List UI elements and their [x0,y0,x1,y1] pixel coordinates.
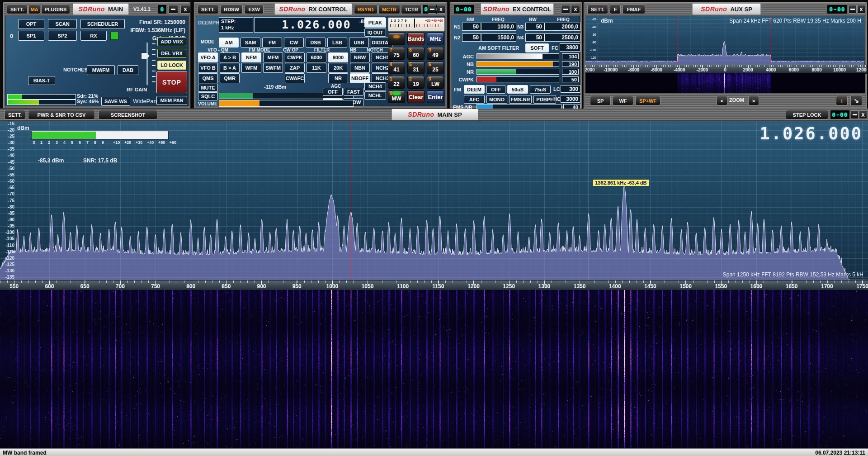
volume-bar[interactable] [219,100,354,107]
cursor-line[interactable] [589,121,589,280]
opt-button[interactable]: OPT [18,19,44,29]
control-button[interactable]: A > B [220,52,240,62]
deemph-50us-button[interactable]: 50uS [507,85,528,94]
pdbpf-button[interactable]: PDBPF [533,95,556,104]
slider-track[interactable] [476,76,559,82]
control-button[interactable]: MFM [263,52,283,62]
n3-bw-field[interactable]: 50 [525,23,544,31]
iq-out-button[interactable]: IQ OUT [364,28,386,37]
ex-minimize-button[interactable] [561,5,570,14]
mode-button[interactable]: LSB [327,38,347,48]
aux-info-button[interactable]: i [836,96,848,105]
n4-bw-field[interactable]: 50 [525,33,544,42]
keypad-key[interactable]: 8 60 [407,47,425,60]
control-button[interactable]: 20K [328,63,348,73]
lc-field[interactable]: 300 [561,85,580,93]
keypad-key[interactable]: 6 25 [427,62,444,74]
deemph-75us-button[interactable]: 75uS [530,85,551,94]
keypad-key[interactable]: 2 19 [407,76,425,89]
nch4-button[interactable]: NCH4 [364,82,386,90]
main-sett-button[interactable]: SETT. [7,5,28,14]
control-button[interactable]: NBN [350,63,370,73]
control-button[interactable]: SWFM [263,63,283,73]
keypad-key[interactable]: 1 22 [388,76,405,89]
main-minimize-button[interactable] [168,5,178,14]
ex-slider[interactable]: CWPK 50 [454,76,579,82]
fmaf-button[interactable]: FMAF [623,5,645,14]
keypad-key[interactable] [388,33,405,45]
main-close-button[interactable]: X [180,5,190,14]
main-ma-button[interactable]: MA [28,5,40,14]
control-button[interactable]: NBW [350,52,370,62]
deem-button[interactable]: DEEM [464,85,485,94]
aux-close-button[interactable]: X [857,5,865,14]
control-button[interactable]: NBOFF [350,73,370,83]
n1-bw-field[interactable]: 50 [462,23,481,31]
slider-track[interactable] [476,69,559,75]
mainsp-titlebar[interactable]: SETT. PWR & SNR TO CSV SCREENSHOT SDRuno… [0,109,868,121]
control-button[interactable]: VFO A [198,52,218,62]
control-button[interactable]: 6000 [307,52,326,62]
aux-minimize-button[interactable] [849,5,857,14]
rx-sett-button[interactable]: SETT. [198,5,218,14]
pwr-snr-csv-button[interactable]: PWR & SNR TO CSV [28,110,95,119]
n2-bw-field[interactable]: 50 [462,33,481,42]
aux-titlebar[interactable]: SETT. F FMAF SDRuno AUX SP 0-00 X [585,3,866,15]
main-frequency-axis[interactable]: 5506006507007508008509009501000105011001… [0,280,868,291]
add-vrx-button[interactable]: ADD VRX [157,37,186,46]
del-vrx-button[interactable]: DEL VRX [157,49,186,58]
control-button[interactable]: NFM [241,52,261,62]
aux-spectrum[interactable]: dBm Span 24 kHz FFT 620 Pts RBW 19,35 Hz… [585,16,865,65]
keypad-key[interactable]: 7 75 [388,47,405,60]
aux-wf-mode-button[interactable]: WF [613,96,633,105]
control-button[interactable]: CWAFC [285,73,305,83]
aux-zoom-in-button[interactable]: > [748,96,759,105]
n2-freq-field[interactable]: 1500,0 [481,33,516,42]
aux-f-button[interactable]: F [610,5,621,14]
n4-freq-field[interactable]: 2500,0 [544,33,580,42]
control-button[interactable]: CWPK [285,52,305,62]
screenshot-button[interactable]: SCREENSHOT [99,110,157,119]
keypad-key[interactable]: MHz [427,33,444,45]
scan-button[interactable]: SCAN [48,19,77,29]
keypad-key[interactable]: Enter [427,90,444,103]
control-button[interactable]: NR [328,73,348,83]
keypad-key[interactable]: 5 31 [407,62,425,74]
control-button[interactable]: QMS [198,73,218,83]
mode-button[interactable]: CW [284,38,304,48]
control-button[interactable]: ZAP [285,63,305,73]
keypad-key[interactable]: 0 MW [388,90,405,103]
rdsw-button[interactable]: RDSW [220,5,243,14]
control-button[interactable]: QMR [220,73,240,83]
peak-button[interactable]: PEAK [364,18,386,28]
ex-titlebar[interactable]: 0-00 SDRuno EX CONTROL X [451,3,581,15]
control-button[interactable]: 8000 [328,52,348,62]
keypad-key[interactable]: Clear [407,90,425,103]
aux-resize-handle[interactable]: ↘ [850,95,862,106]
aux-spwf-mode-button[interactable]: SP+WF [635,96,660,105]
n3-freq-field[interactable]: 2000,0 [544,23,580,31]
main-waterfall[interactable] [0,290,868,448]
sp2-button[interactable]: SP2 [48,31,77,41]
fc-field[interactable]: 3800 [560,43,580,52]
agc-fast-button[interactable]: FAST [344,88,363,96]
step-lock-button[interactable]: STEP LOCK [786,110,828,119]
control-button[interactable]: WFM [241,63,261,73]
aux-waterfall[interactable] [585,73,865,93]
keypad-key[interactable]: 3 LW [427,76,444,89]
mode-button[interactable]: SAM [241,38,260,48]
aux-sett-button[interactable]: SETT. [587,5,608,14]
slider-track[interactable] [476,53,559,59]
stop-button[interactable]: STOP [156,71,187,93]
hc-field[interactable]: 3000 [561,95,580,103]
fms-nr-button[interactable]: FMS-NR [509,95,532,104]
afc-button[interactable]: AFC [464,95,485,104]
mainsp-minimize-button[interactable] [851,110,859,119]
mono-button[interactable]: MONO [486,95,507,104]
main-waterfall-canvas[interactable] [0,290,868,448]
tuned-frequency-line[interactable] [351,121,351,280]
rx-titlebar[interactable]: SETT. RDSW EXW SDRuno RX CONTROL RSYN1 M… [195,3,446,15]
main-title-tab[interactable]: SDRuno MAIN [73,3,129,15]
aux-title-tab[interactable]: SDRuno AUX SP [692,3,761,15]
mctr-button[interactable]: MCTR [378,5,400,14]
